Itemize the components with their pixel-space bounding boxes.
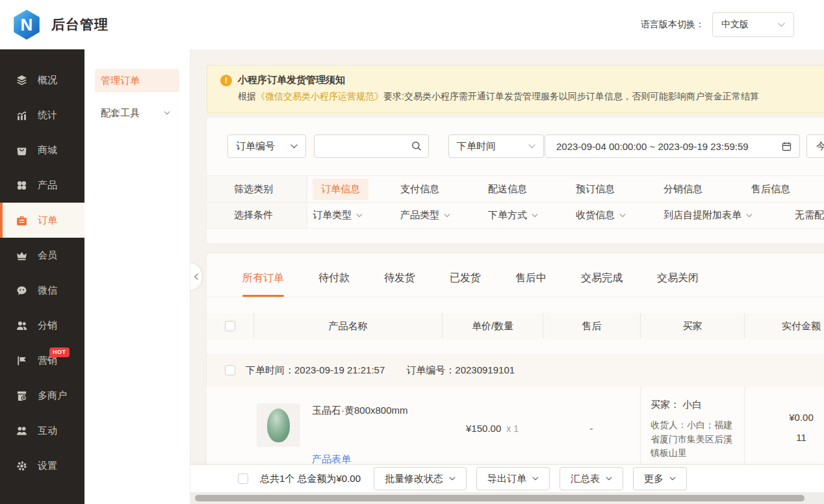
sidebar-item-distribution[interactable]: 分销 [0,308,84,343]
date-range-input[interactable]: 2023-09-04 00:00:00 ~ 2023-09-19 23:59:5… [545,134,800,158]
condition-product-type[interactable]: 产品类型 [400,209,450,221]
more-actions-button[interactable]: 更多 [633,467,687,490]
tab-closed[interactable]: 交易关闭 [657,265,699,297]
chevron-down-icon [356,214,363,218]
product-image[interactable] [257,403,300,447]
logo-letter: N [21,15,33,35]
hot-badge: HOT [49,347,70,357]
paid-amount: ¥0.00 [745,412,824,423]
search-icon[interactable] [411,141,422,154]
sidebar-item-label: 分销 [38,320,57,332]
footer-select-all-checkbox[interactable] [238,473,248,484]
column-buyer: 买家 [640,313,744,339]
sidebar-item-label: 订单 [38,214,57,227]
mall-bag-icon [16,145,27,156]
sidebar-item-mall[interactable]: 商城 [0,132,84,168]
condition-no-delivery[interactable]: 无需配送 [795,209,824,221]
page-title: 后台管理 [51,16,109,34]
condition-receiver-info[interactable]: 收货信息 [576,209,626,221]
category-order-info[interactable]: 订单信息 [313,179,368,200]
top-header: N 后台管理 语言版本切换： 中文版 [0,0,824,49]
filter-table: 筛选类别 订单信息 支付信息 配送信息 预订信息 分销信息 售后信息 选择条件 … [207,175,824,229]
paid-secondary: 11 [745,432,824,443]
chevron-down-icon [532,214,538,218]
people-icon [16,320,27,331]
tab-shipped[interactable]: 已发货 [450,265,481,297]
notice-title: 小程序订单发货管理须知 [238,74,345,86]
sidebar-item-stats[interactable]: 统计 [0,97,84,132]
group-icon [16,425,27,436]
submenu-item-tools[interactable]: 配套工具 [95,101,179,125]
filter-condition-label: 选择条件 [207,203,307,228]
tab-aftersale[interactable]: 售后中 [515,265,547,297]
order-row-checkbox[interactable] [225,365,235,375]
select-all-checkbox[interactable] [225,321,235,331]
jade-pendant-image [267,409,290,442]
buyer-name: 小白 [682,399,702,410]
search-type-select[interactable]: 订单编号 [227,134,306,158]
filter-card: 订单编号 下单时间 2023-09-04 00:00:00 ~ 2023-09-… [207,118,824,244]
orders-summary: 总共1个 总金额为¥0.00 [260,473,361,485]
category-aftersale-info[interactable]: 售后信息 [751,183,790,195]
export-orders-button[interactable]: 导出订单 [476,467,550,490]
sidebar-item-overview[interactable]: 概况 [0,62,84,97]
sidebar-collapse-handle[interactable] [190,264,201,290]
crown-icon [16,250,27,261]
time-type-select[interactable]: 下单时间 [448,134,544,158]
gear-icon [16,460,27,472]
app-root: N 后台管理 语言版本切换： 中文版 概况 统计 商城 产品 [0,0,824,504]
sidebar-item-interaction[interactable]: 互动 [0,413,84,448]
column-product-name: 产品名称 [253,313,442,339]
product-name: 玉晶石·黄800x800mm [312,405,408,417]
category-payment-info[interactable]: 支付信息 [400,183,439,195]
order-status-tabs: 所有订单 待付款 待发货 已发货 售后中 交易完成 交易关闭 [207,253,824,297]
time-type-value: 下单时间 [457,140,496,153]
chevron-down-icon [746,214,753,218]
chevron-down-icon [532,477,539,481]
sidebar-item-product[interactable]: 产品 [0,168,84,203]
app-logo: N [12,10,42,40]
sidebar-item-member[interactable]: 会员 [0,238,84,273]
category-delivery-info[interactable]: 配送信息 [488,183,527,195]
sidebar-item-label: 概况 [38,74,57,86]
sidebar-item-orders[interactable]: 订单 [0,203,84,238]
search-type-value: 订单编号 [236,140,275,153]
receiver-address: 收货人：小白；福建省厦门市集美区后溪镇板山里 [650,418,737,460]
category-distribution-info[interactable]: 分销信息 [663,183,702,195]
sidebar-item-wechat[interactable]: 微信 [0,273,84,308]
condition-order-method[interactable]: 下单方式 [488,209,538,221]
tab-all-orders[interactable]: 所有订单 [242,265,284,297]
chevron-down-icon [290,144,298,149]
main-content: ! 小程序订单发货管理须知 根据《微信交易类小程序运营规范》要求:交易类小程序需… [190,49,824,504]
tab-pending-payment[interactable]: 待付款 [318,265,350,297]
horizontal-scrollbar[interactable] [190,492,824,504]
sidebar-item-marketing[interactable]: 营销 HOT [0,343,84,378]
flag-icon [16,355,27,366]
sidebar-item-multimerchant[interactable]: 多商户 [0,378,84,413]
notice-body-prefix: 根据 [238,91,256,101]
summary-table-button[interactable]: 汇总表 [560,467,623,490]
scrollbar-thumb[interactable] [195,495,805,501]
condition-order-type[interactable]: 订单类型 [313,209,363,221]
main-sidebar: 概况 统计 商城 产品 订单 会员 微信 分销 [0,49,84,504]
quantity: x 1 [506,423,519,434]
notice-spec-link[interactable]: 《微信交易类小程序运营规范》 [256,91,383,101]
notice-body: 根据《微信交易类小程序运营规范》要求:交易类小程序需开通订单发货管理服务以同步订… [238,91,824,103]
wechat-icon [16,285,27,296]
sidebar-item-settings[interactable]: 设置 [0,448,84,483]
sidebar-item-label: 统计 [38,109,57,121]
stats-icon [16,110,27,121]
today-quick-button[interactable]: 今 [806,134,824,158]
condition-pickup-form[interactable]: 到店自提附加表单 [663,209,753,221]
sidebar-item-label: 微信 [38,284,57,297]
submenu-item-manage-orders[interactable]: 管理订单 [95,69,179,92]
tab-pending-shipment[interactable]: 待发货 [384,265,415,297]
clover-icon [16,180,27,191]
batch-status-button[interactable]: 批量修改状态 [374,467,467,490]
store-plus-icon [16,390,27,401]
category-booking-info[interactable]: 预订信息 [576,183,615,195]
tab-completed[interactable]: 交易完成 [581,265,623,297]
chevron-down-icon [619,214,626,218]
column-paid-amount: 实付金额 [744,313,824,339]
language-select[interactable]: 中文版 [712,12,794,37]
